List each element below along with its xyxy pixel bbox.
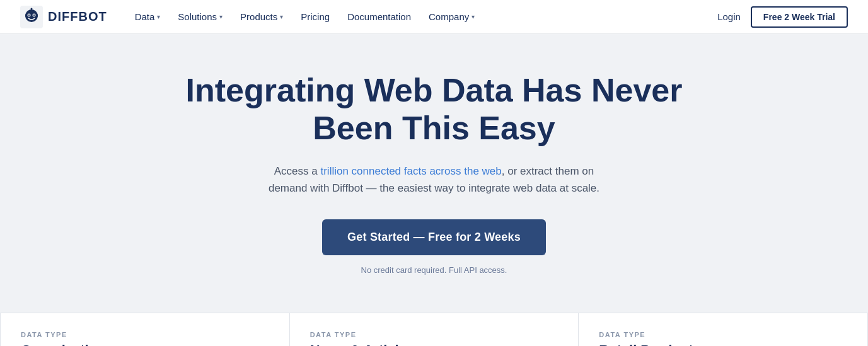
- hero-link[interactable]: trillion connected facts across the web: [320, 165, 501, 177]
- data-cards-row: DATA TYPE Organizations DATA TYPE News &…: [0, 313, 868, 346]
- hero-subtitle: Access a trillion connected facts across…: [258, 163, 611, 197]
- cta-button[interactable]: Get Started — Free for 2 Weeks: [322, 219, 546, 255]
- chevron-down-icon: ▾: [219, 13, 223, 20]
- data-type-label-news: DATA TYPE: [310, 331, 558, 338]
- svg-point-5: [33, 14, 35, 15]
- svg-point-4: [28, 14, 30, 15]
- navbar: DIFFBOT Data ▾ Solutions ▾ Products ▾ Pr…: [0, 0, 868, 34]
- data-card-news[interactable]: DATA TYPE News & Articles: [290, 313, 579, 346]
- data-type-name-news: News & Articles: [310, 342, 558, 346]
- data-type-name-organizations: Organizations: [21, 342, 269, 346]
- free-trial-button[interactable]: Free 2 Week Trial: [751, 6, 848, 28]
- chevron-down-icon: ▾: [472, 13, 475, 20]
- data-type-name-retail: Retail Products: [599, 342, 847, 346]
- login-link[interactable]: Login: [717, 11, 741, 22]
- logo-link[interactable]: DIFFBOT: [20, 6, 107, 28]
- nav-item-company[interactable]: Company ▾: [421, 6, 482, 27]
- hero-title: Integrating Web Data Has Never Been This…: [151, 72, 718, 147]
- nav-item-products[interactable]: Products ▾: [233, 6, 291, 27]
- logo-text: DIFFBOT: [48, 9, 107, 24]
- svg-rect-8: [25, 14, 27, 17]
- chevron-down-icon: ▾: [280, 13, 283, 20]
- chevron-down-icon: ▾: [157, 13, 160, 20]
- nav-item-solutions[interactable]: Solutions ▾: [170, 6, 230, 27]
- data-card-retail[interactable]: DATA TYPE Retail Products: [579, 313, 868, 346]
- data-type-label-organizations: DATA TYPE: [21, 331, 269, 338]
- nav-links: Data ▾ Solutions ▾ Products ▾ Pricing Do…: [127, 6, 718, 27]
- data-type-label-retail: DATA TYPE: [599, 331, 847, 338]
- svg-rect-9: [36, 14, 38, 17]
- svg-point-7: [31, 8, 33, 9]
- nav-item-documentation[interactable]: Documentation: [340, 6, 419, 27]
- nav-item-pricing[interactable]: Pricing: [293, 6, 337, 27]
- nav-right: Login Free 2 Week Trial: [717, 6, 848, 28]
- hero-section: Integrating Web Data Has Never Been This…: [0, 34, 868, 300]
- nav-item-data[interactable]: Data ▾: [127, 6, 168, 27]
- logo-icon: [20, 6, 43, 28]
- data-card-organizations[interactable]: DATA TYPE Organizations: [0, 313, 290, 346]
- cta-subtext: No credit card required. Full API access…: [361, 265, 507, 275]
